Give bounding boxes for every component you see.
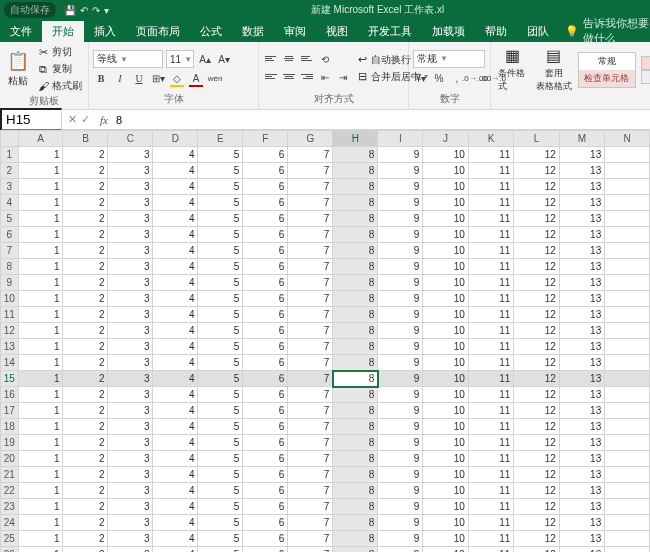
cell-D21[interactable]: 4 — [153, 467, 198, 483]
cell-G24[interactable]: 7 — [288, 515, 333, 531]
number-format-select[interactable]: 常规▼ — [413, 50, 485, 68]
cell-L23[interactable]: 12 — [514, 499, 559, 515]
row-header-12[interactable]: 12 — [1, 323, 19, 339]
cell-K13[interactable]: 11 — [468, 339, 513, 355]
tab-9[interactable]: 帮助 — [475, 21, 517, 42]
cell-M17[interactable]: 13 — [559, 403, 604, 419]
tab-10[interactable]: 团队 — [517, 21, 559, 42]
row-header-6[interactable]: 6 — [1, 227, 19, 243]
col-header-B[interactable]: B — [63, 131, 108, 147]
align-top-icon[interactable] — [263, 51, 279, 65]
cell-F4[interactable]: 6 — [243, 195, 288, 211]
cell-K25[interactable]: 11 — [468, 531, 513, 547]
col-header-F[interactable]: F — [243, 131, 288, 147]
undo-icon[interactable]: ↶ — [80, 5, 88, 16]
cell-F6[interactable]: 6 — [243, 227, 288, 243]
accounting-format-icon[interactable]: ¥▾ — [413, 71, 429, 87]
format-painter-button[interactable]: 🖌格式刷 — [35, 78, 84, 94]
cell-C18[interactable]: 3 — [108, 419, 153, 435]
cell-I12[interactable]: 9 — [378, 323, 423, 339]
italic-button[interactable]: I — [112, 70, 128, 86]
cell-N6[interactable] — [605, 227, 650, 243]
cell-F3[interactable]: 6 — [243, 179, 288, 195]
cell-D1[interactable]: 4 — [153, 147, 198, 163]
cell-I14[interactable]: 9 — [378, 355, 423, 371]
cell-J6[interactable]: 10 — [423, 227, 468, 243]
cell-H3[interactable]: 8 — [333, 179, 378, 195]
cell-D19[interactable]: 4 — [153, 435, 198, 451]
cell-H12[interactable]: 8 — [333, 323, 378, 339]
col-header-L[interactable]: L — [514, 131, 559, 147]
cell-L14[interactable]: 12 — [514, 355, 559, 371]
cell-J21[interactable]: 10 — [423, 467, 468, 483]
row-header-15[interactable]: 15 — [1, 371, 19, 387]
cell-D14[interactable]: 4 — [153, 355, 198, 371]
cell-H6[interactable]: 8 — [333, 227, 378, 243]
tab-8[interactable]: 加载项 — [422, 21, 475, 42]
col-header-J[interactable]: J — [423, 131, 468, 147]
cell-G18[interactable]: 7 — [288, 419, 333, 435]
cell-E23[interactable]: 5 — [198, 499, 243, 515]
cell-N5[interactable] — [605, 211, 650, 227]
tab-0[interactable]: 开始 — [42, 21, 84, 42]
cell-G12[interactable]: 7 — [288, 323, 333, 339]
cell-A22[interactable]: 1 — [18, 483, 63, 499]
cell-B18[interactable]: 2 — [63, 419, 108, 435]
cell-G17[interactable]: 7 — [288, 403, 333, 419]
cell-H1[interactable]: 8 — [333, 147, 378, 163]
cell-M3[interactable]: 13 — [559, 179, 604, 195]
cell-B10[interactable]: 2 — [63, 291, 108, 307]
cell-N24[interactable] — [605, 515, 650, 531]
cell-E17[interactable]: 5 — [198, 403, 243, 419]
cell-K10[interactable]: 11 — [468, 291, 513, 307]
cell-B21[interactable]: 2 — [63, 467, 108, 483]
formula-input[interactable] — [112, 112, 650, 128]
cell-M24[interactable]: 13 — [559, 515, 604, 531]
cell-L13[interactable]: 12 — [514, 339, 559, 355]
cell-I26[interactable]: 9 — [378, 547, 423, 553]
cell-F11[interactable]: 6 — [243, 307, 288, 323]
cell-D5[interactable]: 4 — [153, 211, 198, 227]
cell-J8[interactable]: 10 — [423, 259, 468, 275]
cell-G1[interactable]: 7 — [288, 147, 333, 163]
cell-K26[interactable]: 11 — [468, 547, 513, 553]
cell-H11[interactable]: 8 — [333, 307, 378, 323]
cell-E12[interactable]: 5 — [198, 323, 243, 339]
cell-E22[interactable]: 5 — [198, 483, 243, 499]
tab-3[interactable]: 公式 — [190, 21, 232, 42]
cell-I8[interactable]: 9 — [378, 259, 423, 275]
cell-B13[interactable]: 2 — [63, 339, 108, 355]
cell-N20[interactable] — [605, 451, 650, 467]
cell-B24[interactable]: 2 — [63, 515, 108, 531]
row-header-14[interactable]: 14 — [1, 355, 19, 371]
cell-M19[interactable]: 13 — [559, 435, 604, 451]
cell-M12[interactable]: 13 — [559, 323, 604, 339]
cell-N14[interactable] — [605, 355, 650, 371]
cell-A6[interactable]: 1 — [18, 227, 63, 243]
cell-N10[interactable] — [605, 291, 650, 307]
row-header-7[interactable]: 7 — [1, 243, 19, 259]
worksheet-grid[interactable]: ABCDEFGHIJKLMN11234567891011121321234567… — [0, 130, 650, 552]
cell-G9[interactable]: 7 — [288, 275, 333, 291]
cell-N23[interactable] — [605, 499, 650, 515]
row-header-20[interactable]: 20 — [1, 451, 19, 467]
row-header-25[interactable]: 25 — [1, 531, 19, 547]
cell-N2[interactable] — [605, 163, 650, 179]
underline-button[interactable]: U — [131, 70, 147, 86]
cell-A13[interactable]: 1 — [18, 339, 63, 355]
cell-A15[interactable]: 1 — [18, 371, 63, 387]
cell-F23[interactable]: 6 — [243, 499, 288, 515]
row-header-11[interactable]: 11 — [1, 307, 19, 323]
cell-B26[interactable]: 2 — [63, 547, 108, 553]
cell-H21[interactable]: 8 — [333, 467, 378, 483]
cell-D23[interactable]: 4 — [153, 499, 198, 515]
cell-G15[interactable]: 7 — [288, 371, 333, 387]
cell-K12[interactable]: 11 — [468, 323, 513, 339]
row-header-19[interactable]: 19 — [1, 435, 19, 451]
cell-E5[interactable]: 5 — [198, 211, 243, 227]
cell-N9[interactable] — [605, 275, 650, 291]
cell-L7[interactable]: 12 — [514, 243, 559, 259]
row-header-16[interactable]: 16 — [1, 387, 19, 403]
cell-B23[interactable]: 2 — [63, 499, 108, 515]
cell-C6[interactable]: 3 — [108, 227, 153, 243]
